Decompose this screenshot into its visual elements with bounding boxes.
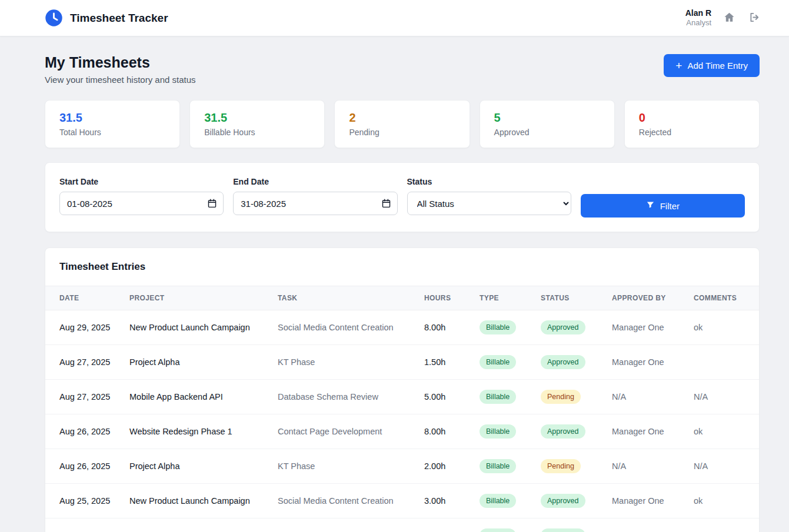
cell-hours: 2.00h bbox=[418, 449, 474, 484]
status-badge: Approved bbox=[541, 494, 585, 508]
end-date-label: End Date bbox=[233, 177, 397, 186]
home-button[interactable] bbox=[722, 10, 737, 26]
cell-hours: 1.50h bbox=[418, 345, 474, 380]
topbar: Timesheet Tracker Alan R Analyst bbox=[0, 0, 789, 36]
stat-value-total-hours: 31.5 bbox=[59, 111, 165, 125]
calendar-icon[interactable] bbox=[381, 199, 391, 209]
cell-approved-by: N/A bbox=[606, 380, 688, 414]
stat-card-total-hours: 31.5 Total Hours bbox=[45, 100, 180, 148]
cell-hours: 3.00h bbox=[418, 484, 474, 518]
cell-task: Social Media Content Creation bbox=[272, 484, 418, 518]
cell-approved-by: Manager One bbox=[606, 414, 688, 449]
col-header-project: PROJECT bbox=[124, 286, 272, 310]
cell-task: KT Phase bbox=[272, 449, 418, 484]
stat-value-approved: 5 bbox=[494, 111, 600, 125]
table-row: Aug 25, 2025 New Product Launch Campaign… bbox=[45, 484, 759, 518]
cell-project: Project Alpha bbox=[124, 345, 272, 380]
status-badge: Approved bbox=[541, 528, 585, 532]
filter-button-label: Filter bbox=[660, 201, 680, 211]
cell-approved-by: Manager One bbox=[606, 484, 688, 518]
table-row: Aug 26, 2025 Website Redesign Phase 1 Co… bbox=[45, 414, 759, 449]
table-row: Aug 27, 2025 Mobile App Backend API Data… bbox=[45, 380, 759, 414]
cell-date: Aug 25, 2025 bbox=[45, 484, 124, 518]
stat-label-billable-hours: Billable Hours bbox=[204, 128, 310, 137]
stat-label-pending: Pending bbox=[349, 128, 455, 137]
add-time-entry-label: Add Time Entry bbox=[687, 61, 748, 71]
status-select[interactable]: All Status bbox=[407, 192, 571, 215]
type-badge: Billable bbox=[480, 494, 516, 508]
stat-label-approved: Approved bbox=[494, 128, 600, 137]
cell-comments: ok bbox=[688, 484, 759, 518]
cell-project: New Product Launch Campaign bbox=[124, 518, 272, 532]
cell-comments: N/A bbox=[688, 380, 759, 414]
stat-label-total-hours: Total Hours bbox=[59, 128, 165, 137]
cell-date: Aug 27, 2025 bbox=[45, 380, 124, 414]
cell-hours: 8.00h bbox=[418, 310, 474, 345]
filter-button[interactable]: Filter bbox=[581, 194, 745, 218]
table-row: Aug 26, 2025 Project Alpha KT Phase 2.00… bbox=[45, 449, 759, 484]
type-badge: Billable bbox=[480, 355, 516, 369]
cell-hours: 8.00h bbox=[418, 414, 474, 449]
cell-comments: ok bbox=[688, 414, 759, 449]
status-badge: Approved bbox=[541, 320, 585, 334]
cell-comments: ok bbox=[688, 518, 759, 532]
user-info: Alan R Analyst bbox=[685, 8, 711, 28]
status-badge: Approved bbox=[541, 424, 585, 439]
col-header-date: DATE bbox=[45, 286, 124, 310]
type-badge: Billable bbox=[480, 528, 516, 532]
stat-value-rejected: 0 bbox=[639, 111, 745, 125]
cell-project: New Product Launch Campaign bbox=[124, 310, 272, 345]
table-row: Aug 25, 2025 New Product Launch Campaign… bbox=[45, 518, 759, 532]
stat-card-approved: 5 Approved bbox=[480, 100, 615, 148]
user-name: Alan R bbox=[685, 8, 711, 19]
cell-comments bbox=[688, 345, 759, 380]
col-header-status: STATUS bbox=[535, 286, 606, 310]
cell-project: New Product Launch Campaign bbox=[124, 484, 272, 518]
cell-date: Aug 26, 2025 bbox=[45, 449, 124, 484]
stat-value-billable-hours: 31.5 bbox=[204, 111, 310, 125]
table-row: Aug 27, 2025 Project Alpha KT Phase 1.50… bbox=[45, 345, 759, 380]
clock-icon bbox=[45, 9, 63, 27]
stats-row: 31.5 Total Hours 31.5 Billable Hours 2 P… bbox=[45, 100, 760, 148]
filter-card: Start Date End Date bbox=[45, 162, 760, 232]
stat-label-rejected: Rejected bbox=[639, 128, 745, 137]
cell-approved-by: Manager One bbox=[606, 518, 688, 532]
cell-approved-by: Manager One bbox=[606, 345, 688, 380]
timesheet-entries-card: Timesheet Entries DATE PROJECT TASK HOUR… bbox=[45, 247, 760, 532]
page-subtitle: View your timesheet history and status bbox=[45, 75, 196, 85]
logout-button[interactable] bbox=[747, 10, 762, 26]
cell-task: Contact Page Development bbox=[272, 414, 418, 449]
status-badge: Pending bbox=[541, 390, 581, 404]
col-header-task: TASK bbox=[272, 286, 418, 310]
page-title: My Timesheets bbox=[45, 54, 196, 71]
cell-approved-by: Manager One bbox=[606, 310, 688, 345]
cell-task: Email Marketing Setup bbox=[272, 518, 418, 532]
filter-funnel-icon bbox=[646, 200, 655, 211]
type-badge: Billable bbox=[480, 320, 516, 334]
logout-icon bbox=[748, 11, 761, 25]
stat-card-billable-hours: 31.5 Billable Hours bbox=[189, 100, 325, 148]
home-icon bbox=[723, 11, 735, 25]
user-role: Analyst bbox=[685, 18, 711, 28]
stat-card-rejected: 0 Rejected bbox=[624, 100, 760, 148]
add-time-entry-button[interactable]: + Add Time Entry bbox=[664, 54, 760, 77]
cell-hours: 4.00h bbox=[418, 518, 474, 532]
calendar-icon[interactable] bbox=[207, 199, 217, 209]
start-date-label: Start Date bbox=[59, 177, 224, 186]
cell-hours: 5.00h bbox=[418, 380, 474, 414]
end-date-input[interactable] bbox=[233, 192, 397, 215]
cell-project: Mobile App Backend API bbox=[124, 380, 272, 414]
cell-task: KT Phase bbox=[272, 345, 418, 380]
cell-date: Aug 26, 2025 bbox=[45, 414, 124, 449]
cell-project: Project Alpha bbox=[124, 449, 272, 484]
stat-card-pending: 2 Pending bbox=[334, 100, 470, 148]
app-title: Timesheet Tracker bbox=[70, 12, 168, 25]
status-label: Status bbox=[407, 177, 571, 186]
cell-project: Website Redesign Phase 1 bbox=[124, 414, 272, 449]
table-row: Aug 29, 2025 New Product Launch Campaign… bbox=[45, 310, 759, 345]
table-header-row: DATE PROJECT TASK HOURS TYPE STATUS APPR… bbox=[45, 286, 759, 310]
cell-date: Aug 25, 2025 bbox=[45, 518, 124, 532]
col-header-comments: COMMENTS bbox=[688, 286, 759, 310]
col-header-hours: HOURS bbox=[418, 286, 474, 310]
start-date-input[interactable] bbox=[59, 192, 224, 215]
